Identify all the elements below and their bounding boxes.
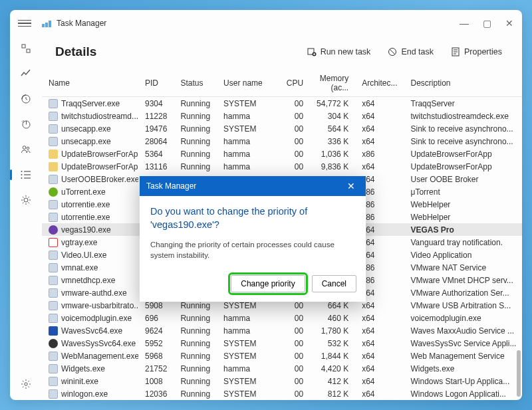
run-new-task-button[interactable]: Run new task bbox=[301, 43, 378, 60]
table-row[interactable]: UpdateBrowserForAp...13116Runninghamma00… bbox=[42, 160, 522, 173]
process-memory: 4,420 K bbox=[310, 362, 355, 375]
process-icon bbox=[49, 213, 58, 222]
process-memory: 304 K bbox=[310, 110, 355, 122]
process-status: Running bbox=[174, 135, 217, 148]
process-cpu: 00 bbox=[280, 97, 310, 110]
col-pid[interactable]: PID bbox=[138, 70, 174, 97]
process-name: vmware-usbarbitrato... bbox=[61, 301, 138, 310]
col-cpu[interactable]: CPU bbox=[280, 70, 310, 97]
process-cpu: 00 bbox=[280, 337, 310, 350]
process-icon bbox=[49, 251, 58, 260]
process-user: SYSTEM bbox=[217, 375, 280, 387]
sidebar-startup-icon[interactable] bbox=[19, 118, 33, 131]
col-user[interactable]: User name bbox=[217, 70, 280, 97]
properties-button[interactable]: Properties bbox=[444, 43, 509, 60]
process-cpu: 00 bbox=[280, 350, 310, 362]
table-row[interactable]: Widgets.exe21752Runninghamma004,420 Kx64… bbox=[42, 362, 522, 375]
col-arch[interactable]: Architec... bbox=[355, 70, 404, 97]
process-name: UserOOBEBroker.exe bbox=[61, 175, 138, 184]
process-memory: 460 K bbox=[310, 312, 355, 324]
minimize-button[interactable]: — bbox=[460, 19, 469, 28]
sidebar-services-icon[interactable] bbox=[19, 193, 33, 207]
process-arch: x64 bbox=[355, 362, 404, 375]
process-name: WavesSvc64.exe bbox=[61, 326, 122, 336]
col-memory[interactable]: Memory (ac... bbox=[310, 70, 355, 97]
process-desc: Web Management Service bbox=[404, 350, 523, 362]
svg-point-7 bbox=[21, 174, 23, 175]
process-icon bbox=[49, 200, 58, 209]
sidebar-details-icon[interactable] bbox=[19, 168, 33, 181]
process-icon bbox=[49, 124, 58, 134]
table-row[interactable]: TraqqServer.exe9304RunningSYSTEM0054,772… bbox=[42, 97, 522, 110]
process-cpu: 00 bbox=[280, 312, 310, 324]
table-row[interactable]: winlogon.exe12036RunningSYSTEM00812 Kx64… bbox=[42, 387, 522, 400]
process-name: winlogon.exe bbox=[61, 389, 108, 399]
scrollbar[interactable] bbox=[517, 90, 521, 397]
process-user: SYSTEM bbox=[217, 122, 280, 135]
sidebar-users-icon[interactable] bbox=[19, 143, 33, 156]
process-icon bbox=[49, 377, 58, 386]
process-name: utorrentie.exe bbox=[61, 200, 110, 209]
process-desc: UpdateBrowserForApp bbox=[404, 148, 523, 160]
process-name: WavesSysSvc64.exe bbox=[61, 339, 136, 348]
table-row[interactable]: unsecapp.exe19476RunningSYSTEM00564 Kx64… bbox=[42, 122, 522, 135]
maximize-button[interactable]: ▢ bbox=[482, 19, 491, 28]
process-desc: VMware VMnet DHCP serv... bbox=[404, 274, 523, 286]
change-priority-button[interactable]: Change priority bbox=[231, 275, 305, 292]
process-name: vmware-authd.exe bbox=[61, 288, 127, 298]
process-memory: 412 K bbox=[310, 375, 355, 387]
cancel-button[interactable]: Cancel bbox=[312, 275, 356, 292]
table-row[interactable]: unsecapp.exe28064Runninghamma00336 Kx64S… bbox=[42, 135, 522, 148]
dialog-close-button[interactable]: ✕ bbox=[343, 181, 359, 191]
process-status: Running bbox=[174, 160, 217, 173]
process-status: Running bbox=[174, 387, 217, 400]
process-desc: Vanguard tray notification. bbox=[404, 236, 523, 249]
process-icon bbox=[49, 225, 58, 235]
app-icon bbox=[42, 19, 51, 27]
window-controls: — ▢ ✕ bbox=[460, 19, 514, 28]
sidebar-settings-icon[interactable] bbox=[19, 377, 33, 391]
menu-button[interactable] bbox=[18, 17, 31, 30]
col-name[interactable]: Name bbox=[42, 70, 138, 97]
sidebar-processes-icon[interactable] bbox=[19, 42, 33, 55]
sidebar-performance-icon[interactable] bbox=[19, 67, 33, 80]
process-arch: x64 bbox=[355, 110, 404, 122]
process-user: hamma bbox=[217, 148, 280, 160]
table-row[interactable]: twitchstudiostreamd...11228Runninghamma0… bbox=[42, 110, 522, 122]
process-desc: VMware NAT Service bbox=[404, 261, 523, 274]
close-button[interactable]: ✕ bbox=[505, 19, 514, 28]
table-row[interactable]: wininit.exe1008RunningSYSTEM00412 Kx64Wi… bbox=[42, 375, 522, 387]
process-memory: 336 K bbox=[310, 135, 355, 148]
table-header-row[interactable]: Name PID Status User name CPU Memory (ac… bbox=[42, 70, 522, 97]
process-icon bbox=[49, 263, 58, 272]
titlebar: Task Manager — ▢ ✕ bbox=[10, 10, 522, 37]
end-task-button[interactable]: End task bbox=[381, 43, 440, 60]
table-row[interactable]: UpdateBrowserForAp...5364Runninghamma001… bbox=[42, 148, 522, 160]
process-desc: Video Application bbox=[404, 249, 523, 261]
sidebar bbox=[10, 37, 42, 400]
process-name: vegas190.exe bbox=[61, 225, 111, 235]
process-desc: Windows Start-Up Applica... bbox=[404, 375, 523, 387]
process-desc: μTorrent bbox=[404, 185, 523, 198]
app-title: Task Manager bbox=[57, 19, 106, 28]
process-pid: 28064 bbox=[138, 135, 174, 148]
process-pid: 21752 bbox=[138, 362, 174, 375]
col-desc[interactable]: Description bbox=[404, 70, 523, 97]
sidebar-history-icon[interactable] bbox=[19, 92, 33, 106]
table-row[interactable]: WebManagement.exe5968RunningSYSTEM001,84… bbox=[42, 350, 522, 362]
process-pid: 9304 bbox=[138, 97, 174, 110]
process-icon bbox=[49, 389, 58, 399]
process-desc: Waves MaxxAudio Service ... bbox=[404, 324, 523, 337]
svg-line-17 bbox=[390, 49, 396, 54]
process-memory: 54,772 K bbox=[310, 97, 355, 110]
process-arch: x64 bbox=[355, 337, 404, 350]
table-row[interactable]: voicemodplugin.exe696Runninghamma00460 K… bbox=[42, 312, 522, 324]
process-icon bbox=[49, 175, 58, 184]
scrollbar-thumb[interactable] bbox=[517, 350, 521, 397]
process-user: SYSTEM bbox=[217, 350, 280, 362]
col-status[interactable]: Status bbox=[174, 70, 217, 97]
process-user: hamma bbox=[217, 110, 280, 122]
table-row[interactable]: WavesSysSvc64.exe5952RunningSYSTEM00532 … bbox=[42, 337, 522, 350]
svg-point-12 bbox=[24, 198, 28, 202]
table-row[interactable]: WavesSvc64.exe9624Runninghamma001,780 Kx… bbox=[42, 324, 522, 337]
